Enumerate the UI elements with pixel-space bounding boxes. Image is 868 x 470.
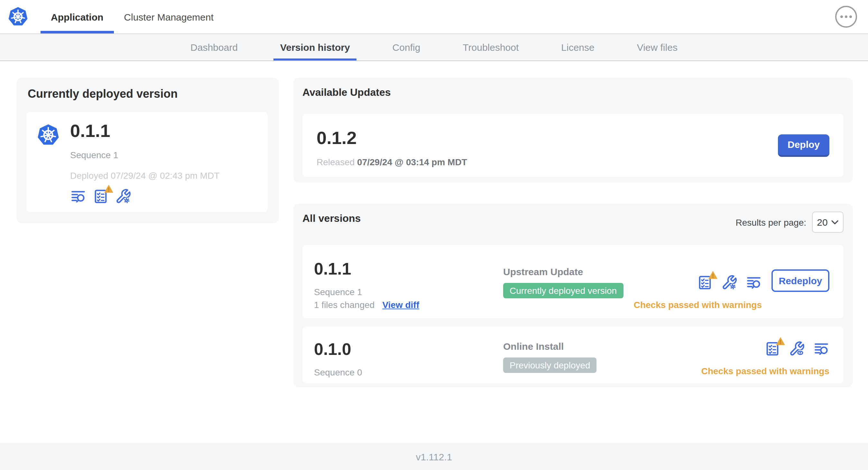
currently-deployed-title: Currently deployed version [17,78,279,101]
current-version-details: 0.1.1 Sequence 1 Deployed 07/29/24 @ 02:… [70,117,219,207]
subtab-license[interactable]: License [555,34,601,61]
all-versions-panel: All versions Results per page: 20 0.1.1 … [293,204,852,387]
current-sequence: Sequence 1 [70,150,219,160]
version-info: 0.1.0 Sequence 0 [314,339,362,377]
current-version-actions [70,189,219,204]
files-changed-line: 1 files changedView diff [314,300,419,310]
warning-icon [775,336,786,346]
available-updates-panel: Available Updates 0.1.2 Released 07/29/2… [293,78,852,182]
view-config-icon[interactable] [789,341,805,357]
kubernetes-app-icon [35,122,61,148]
top-nav: Application Cluster Management [0,0,868,34]
preflight-checks-icon[interactable] [697,274,713,291]
config-icon[interactable] [115,189,131,204]
results-per-page-label: Results per page: [736,217,806,227]
tab-application[interactable]: Application [40,0,114,33]
version-row-0-1-0: 0.1.0 Sequence 0 Online Install Previous… [302,327,843,383]
warning-icon [708,270,718,280]
source-label: Online Install [503,341,597,352]
files-changed: 1 files changed [314,300,374,310]
console-version: v1.112.1 [416,451,452,462]
more-menu-button[interactable] [835,6,857,28]
top-nav-spacer [224,0,835,33]
version-row-0-1-1: 0.1.1 Sequence 1 1 files changedView dif… [302,245,843,318]
sub-nav: Dashboard Version history Config Trouble… [0,34,868,61]
subtab-view-files[interactable]: View files [630,34,684,61]
version-sequence: Sequence 1 [314,287,419,297]
config-icon[interactable] [721,274,737,291]
results-per-page-select[interactable]: 20 [812,211,843,233]
deploy-button[interactable]: Deploy [778,134,829,157]
preflight-status-text: Checks passed with warnings [634,300,762,310]
admin-console: Application Cluster Management Dashboard… [0,0,868,470]
tab-cluster-management-label: Cluster Management [124,11,213,22]
preflight-status-text: Checks passed with warnings [701,366,829,376]
version-number: 0.1.0 [314,339,362,360]
footer: v1.112.1 [0,443,868,470]
currently-deployed-panel: Currently deployed version 0.1.1 Sequenc… [17,78,279,223]
current-deployed-timestamp: Deployed 07/29/24 @ 02:43 pm MDT [70,170,219,181]
diff-icon[interactable] [813,341,829,357]
version-source: Online Install Previously deployed [503,341,597,373]
current-version-number: 0.1.1 [70,121,219,141]
update-released-line: Released 07/29/24 @ 03:14 pm MDT [317,157,467,167]
preflight-checks-icon[interactable] [765,341,780,357]
ellipsis-icon [840,15,843,18]
version-info: 0.1.1 Sequence 1 1 files changedView dif… [314,259,419,310]
subtab-troubleshoot[interactable]: Troubleshoot [456,34,525,61]
deployed-status-badge: Currently deployed version [503,283,623,298]
redeploy-button[interactable]: Redeploy [772,269,829,292]
version-source: Upstream Update Currently deployed versi… [503,266,623,298]
available-updates-title: Available Updates [293,78,852,98]
subtab-version-history[interactable]: Version history [274,34,356,61]
version-actions: Checks passed with warnings [701,341,829,376]
update-details: 0.1.2 Released 07/29/24 @ 03:14 pm MDT [317,124,467,167]
diff-icon[interactable] [746,274,762,291]
tab-cluster-management[interactable]: Cluster Management [114,0,224,33]
diff-icon[interactable] [70,189,86,204]
version-number: 0.1.1 [314,259,419,279]
source-label: Upstream Update [503,266,623,277]
subtab-dashboard[interactable]: Dashboard [184,34,244,61]
results-per-page: Results per page: 20 [736,211,843,233]
version-sequence: Sequence 0 [314,367,362,377]
kubernetes-logo [6,5,30,28]
preflight-checks-icon[interactable] [93,189,109,204]
chevron-down-icon [832,220,839,225]
subtab-config[interactable]: Config [386,34,427,61]
available-update-card: 0.1.2 Released 07/29/24 @ 03:14 pm MDT D… [302,114,843,177]
view-diff-link[interactable]: View diff [382,300,419,310]
tab-application-label: Application [51,11,103,22]
deployed-status-badge: Previously deployed [503,358,597,373]
warning-icon [103,184,114,194]
currently-deployed-card: 0.1.1 Sequence 1 Deployed 07/29/24 @ 02:… [26,112,268,212]
update-version-number: 0.1.2 [317,128,467,148]
top-nav-tabs: Application Cluster Management [40,0,224,33]
version-actions: Checks passed with warnings Redeploy [634,268,829,310]
